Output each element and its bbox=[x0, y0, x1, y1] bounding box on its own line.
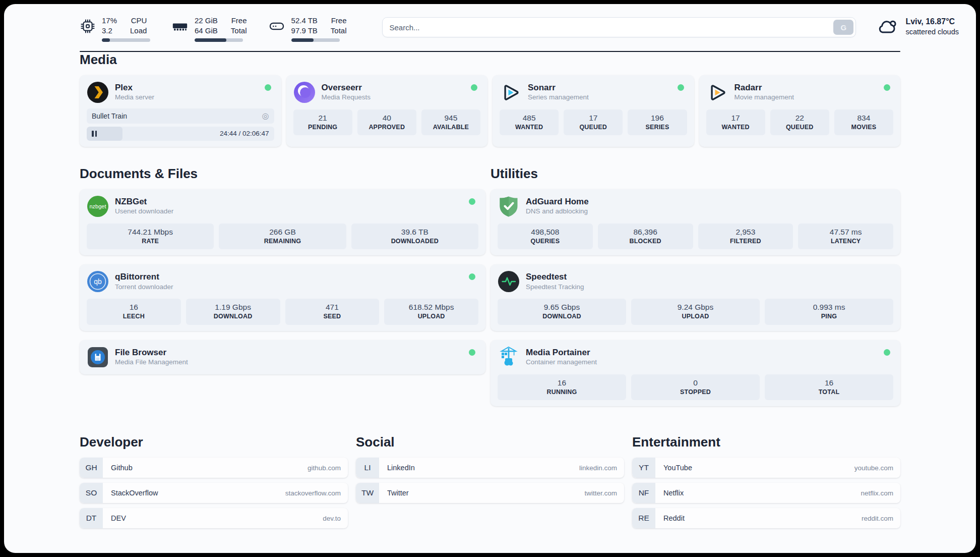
app-card-plex[interactable]: Plex Media server Bullet Train ◎ 24:44 /… bbox=[80, 75, 281, 147]
app-card-overseerr[interactable]: Overseerr Media Requests 21 PENDING 40 A… bbox=[286, 75, 488, 147]
disk-progress-fill bbox=[291, 38, 314, 42]
media-cards-row: Plex Media server Bullet Train ◎ 24:44 /… bbox=[80, 75, 900, 147]
stat-queries: 498,508 QUERIES bbox=[498, 224, 593, 250]
disk-icon bbox=[268, 16, 285, 36]
stat-available: 945 AVAILABLE bbox=[421, 109, 480, 136]
search-provider-button[interactable]: G bbox=[833, 20, 853, 35]
portainer-icon bbox=[498, 346, 520, 368]
section-heading-media: Media bbox=[80, 52, 900, 68]
stat-upload: 9.24 Gbps UPLOAD bbox=[631, 299, 760, 325]
stat-filtered: 2,953 FILTERED bbox=[698, 224, 793, 250]
bookmark-youtube[interactable]: YT YouTube youtube.com bbox=[632, 458, 900, 478]
now-playing-title-row: Bullet Train ◎ bbox=[87, 108, 274, 124]
bookmark-abbr: NF bbox=[632, 483, 655, 503]
disk-total-label: Total bbox=[331, 26, 347, 36]
disk-total: 97.9 TB bbox=[291, 26, 318, 36]
app-card-qbittorrent[interactable]: qb qBittorrent Torrent downloader 16 bbox=[80, 264, 485, 331]
top-bar: 17% 3.2 CPU Load bbox=[4, 4, 976, 42]
section-heading-social: Social bbox=[356, 434, 624, 450]
cpu-progress-fill bbox=[102, 38, 110, 42]
radarr-icon bbox=[706, 81, 728, 103]
stat-download: 9.65 Gbps DOWNLOAD bbox=[498, 299, 626, 325]
bookmark-title: Twitter bbox=[387, 489, 409, 497]
app-title: Overseerr bbox=[322, 83, 371, 93]
memory-total: 64 GiB bbox=[195, 26, 218, 36]
search-input[interactable] bbox=[382, 17, 856, 37]
filebrowser-icon bbox=[87, 346, 109, 368]
search-bar: G bbox=[382, 17, 856, 37]
app-title: NZBGet bbox=[115, 197, 173, 207]
stat-queued: 22 QUEUED bbox=[770, 109, 829, 136]
stat-blocked: 86,396 BLOCKED bbox=[598, 224, 693, 250]
section-heading-entertainment: Entertainment bbox=[632, 434, 900, 450]
section-heading-developer: Developer bbox=[80, 434, 348, 450]
section-heading-utilities: Utilities bbox=[491, 166, 900, 182]
status-dot bbox=[265, 84, 271, 91]
app-subtitle: Torrent downloader bbox=[115, 283, 173, 292]
bookmark-group-entertainment: Entertainment YT YouTube youtube.com NF … bbox=[632, 434, 900, 528]
bookmark-twitter[interactable]: TW Twitter twitter.com bbox=[356, 483, 624, 503]
bookmark-stackoverflow[interactable]: SO StackOverflow stackoverflow.com bbox=[80, 483, 348, 503]
stat-latency: 47.57 ms LATENCY bbox=[798, 224, 893, 250]
now-playing-time: 24:44 / 02:06:47 bbox=[220, 130, 269, 137]
stat-download: 1.19 Gbps DOWNLOAD bbox=[186, 299, 280, 325]
app-subtitle: Movie management bbox=[734, 93, 794, 102]
stat-total: 16 TOTAL bbox=[765, 374, 893, 401]
disk-free-label: Free bbox=[331, 16, 347, 26]
weather-widget[interactable]: Lviv, 16.87°C scattered clouds bbox=[876, 16, 959, 37]
bookmark-url: dev.to bbox=[323, 515, 341, 522]
cpu-progress-bar bbox=[102, 38, 150, 42]
pause-button[interactable] bbox=[92, 131, 97, 137]
status-dot bbox=[469, 349, 475, 356]
qbittorrent-icon: qb bbox=[87, 270, 109, 293]
app-title: AdGuard Home bbox=[526, 197, 589, 207]
cpu-usage-label: CPU bbox=[131, 16, 147, 26]
resource-widgets: 17% 3.2 CPU Load bbox=[80, 16, 347, 42]
app-subtitle: DNS and adblocking bbox=[526, 207, 589, 216]
bookmark-reddit[interactable]: RE Reddit reddit.com bbox=[632, 508, 900, 528]
bookmark-title: Netflix bbox=[663, 489, 684, 497]
app-subtitle: Container management bbox=[526, 358, 597, 367]
memory-progress-bar bbox=[195, 38, 243, 42]
bookmark-group-developer: Developer GH Github github.com SO StackO… bbox=[80, 434, 348, 528]
memory-free: 22 GiB bbox=[195, 16, 218, 26]
app-title: Sonarr bbox=[528, 83, 589, 93]
bookmark-abbr: TW bbox=[356, 483, 379, 503]
sonarr-icon bbox=[500, 81, 522, 103]
bookmark-linkedin[interactable]: LI LinkedIn linkedin.com bbox=[356, 458, 624, 478]
bookmark-title: YouTube bbox=[663, 464, 692, 472]
bookmark-abbr: RE bbox=[632, 508, 655, 528]
overseerr-icon bbox=[293, 81, 316, 103]
speedtest-icon bbox=[498, 270, 520, 293]
app-subtitle: Usenet downloader bbox=[115, 207, 173, 216]
bookmark-dev[interactable]: DT DEV dev.to bbox=[80, 508, 348, 528]
bookmark-title: Reddit bbox=[663, 514, 685, 522]
cpu-usage: 17% bbox=[102, 16, 117, 26]
app-card-speedtest[interactable]: Speedtest Speedtest Tracking 9.65 Gbps D… bbox=[491, 264, 900, 331]
app-card-adguard[interactable]: AdGuard Home DNS and adblocking 498,508 … bbox=[491, 189, 900, 256]
app-card-sonarr[interactable]: Sonarr Series management 485 WANTED 17 Q… bbox=[493, 75, 694, 147]
memory-free-label: Free bbox=[231, 16, 247, 26]
app-subtitle: Media server bbox=[115, 93, 154, 102]
stat-seed: 471 SEED bbox=[285, 299, 380, 325]
app-card-portainer[interactable]: Media Portainer Container management 16 … bbox=[491, 340, 900, 407]
now-playing-title: Bullet Train bbox=[92, 112, 127, 120]
stat-remaining: 266 GB REMAINING bbox=[219, 224, 346, 250]
app-card-filebrowser[interactable]: File Browser Media File Management bbox=[80, 340, 485, 374]
stat-ping: 0.993 ms PING bbox=[765, 299, 893, 325]
bookmark-netflix[interactable]: NF Netflix netflix.com bbox=[632, 483, 900, 503]
disk-progress-bar bbox=[291, 38, 340, 42]
plex-icon bbox=[87, 81, 109, 103]
app-card-nzbget[interactable]: nzbget NZBGet Usenet downloader 744. bbox=[80, 189, 485, 256]
status-dot bbox=[678, 84, 684, 91]
now-playing-target-icon[interactable]: ◎ bbox=[262, 111, 269, 121]
bookmark-title: StackOverflow bbox=[111, 489, 158, 497]
stat-rate: 744.21 Mbps RATE bbox=[87, 224, 214, 250]
bookmark-github[interactable]: GH Github github.com bbox=[80, 458, 348, 478]
app-card-radarr[interactable]: Radarr Movie management 17 WANTED 22 QUE… bbox=[699, 75, 901, 147]
app-subtitle: Media Requests bbox=[322, 93, 371, 102]
cloud-icon bbox=[876, 16, 899, 37]
bookmark-url: twitter.com bbox=[584, 489, 617, 497]
section-heading-documents: Documents & Files bbox=[80, 166, 485, 182]
bookmark-abbr: SO bbox=[80, 483, 103, 503]
